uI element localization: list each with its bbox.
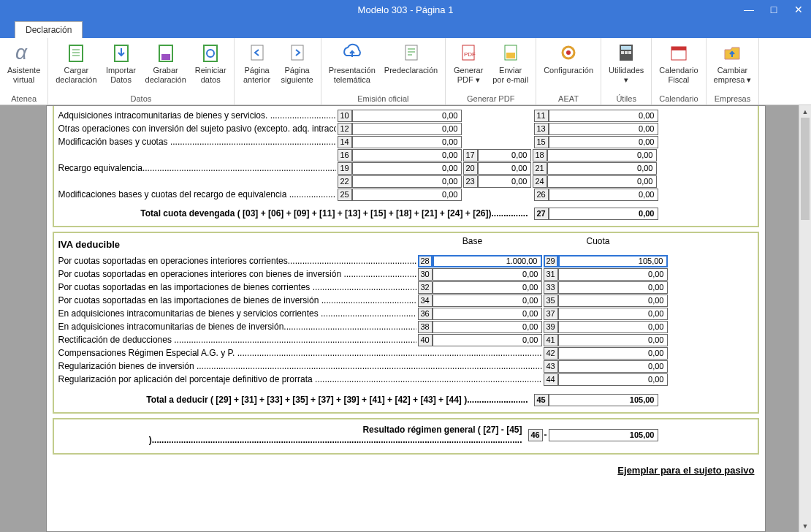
svg-rect-1 xyxy=(69,45,83,61)
field-38[interactable]: 0,00 xyxy=(433,321,542,333)
predeclaracion-button[interactable]: Predeclaración xyxy=(380,39,442,94)
svg-text:α: α xyxy=(15,41,28,64)
field-32[interactable]: 0,00 xyxy=(433,281,542,294)
vertical-scrollbar[interactable]: ▲ ▼ xyxy=(799,105,811,532)
field-18[interactable]: 0,00 xyxy=(547,149,657,162)
field-41[interactable]: 0,00 xyxy=(558,334,668,346)
field-37[interactable]: 0,00 xyxy=(558,308,668,320)
field-30[interactable]: 0,00 xyxy=(433,268,542,281)
field-10[interactable]: 0,00 xyxy=(352,110,462,122)
field-36[interactable]: 0,00 xyxy=(433,308,542,320)
load-doc-icon xyxy=(64,41,88,64)
svg-rect-19 xyxy=(625,51,628,54)
field-12[interactable]: 0,00 xyxy=(352,123,462,135)
field-24[interactable]: 0,00 xyxy=(547,175,657,188)
field-44[interactable]: 0,00 xyxy=(558,373,668,386)
configuracion-button[interactable]: Configuración xyxy=(539,39,598,94)
form-page: Adquisiciones intracomunitarias de biene… xyxy=(46,105,766,532)
field-35[interactable]: 0,00 xyxy=(558,294,668,307)
svg-point-15 xyxy=(566,50,571,55)
field-43[interactable]: 0,00 xyxy=(558,360,668,373)
close-button[interactable]: ✕ xyxy=(786,0,811,19)
scroll-thumb[interactable] xyxy=(801,118,810,220)
footer-note: Ejemplar para el sujeto pasivo xyxy=(47,459,765,482)
reset-doc-icon xyxy=(199,41,222,64)
enviar-email-button[interactable]: Enviarpor e-mail xyxy=(488,39,533,94)
field-27[interactable]: 0,00 xyxy=(549,208,658,220)
folder-up-icon xyxy=(720,41,744,64)
svg-rect-22 xyxy=(671,47,686,50)
pagina-anterior-button[interactable]: Páginaanterior xyxy=(237,39,277,102)
field-20[interactable]: 0,00 xyxy=(478,162,531,175)
svg-rect-9 xyxy=(406,45,417,60)
field-14[interactable]: 0,00 xyxy=(352,136,462,148)
calculator-icon xyxy=(614,41,638,64)
field-39[interactable]: 0,00 xyxy=(558,321,668,333)
window-title: Modelo 303 - Página 1 xyxy=(358,4,454,15)
svg-rect-8 xyxy=(292,45,303,60)
save-doc-icon xyxy=(154,41,178,64)
field-13[interactable]: 0,00 xyxy=(549,123,658,135)
field-23[interactable]: 0,00 xyxy=(478,175,531,188)
cambiar-empresa-button[interactable]: Cambiarempresa ▾ xyxy=(709,39,756,94)
maximize-button[interactable]: □ xyxy=(761,0,786,19)
grabar-declaracion-button[interactable]: Grabardeclaración xyxy=(141,39,191,94)
field-46[interactable]: 105,00 xyxy=(549,429,658,441)
svg-rect-13 xyxy=(506,53,515,58)
calendar-icon xyxy=(667,41,690,64)
section-iva-deducible: IVA deducible Base Cuota Por cuotas sopo… xyxy=(53,232,759,414)
page-next-icon xyxy=(286,41,309,64)
field-21[interactable]: 0,00 xyxy=(547,162,657,175)
predecl-doc-icon xyxy=(400,41,423,64)
field-15[interactable]: 0,00 xyxy=(549,136,658,148)
utilidades-button[interactable]: Utilidades▾ xyxy=(604,39,648,94)
field-31[interactable]: 0,00 xyxy=(558,268,668,281)
presentacion-telematica-button[interactable]: Presentacióntelemática xyxy=(324,39,380,94)
box-11: 11 xyxy=(534,110,549,122)
ribbon: α Asistentevirtual Atenea Cargardeclarac… xyxy=(0,38,811,105)
field-16[interactable]: 0,00 xyxy=(352,149,462,162)
scroll-down-icon[interactable]: ▼ xyxy=(799,520,811,532)
field-11[interactable]: 0,00 xyxy=(549,110,658,122)
field-40[interactable]: 0,00 xyxy=(433,334,542,346)
field-26[interactable]: 0,00 xyxy=(549,189,658,201)
field-25[interactable]: 0,00 xyxy=(352,189,462,201)
svg-rect-18 xyxy=(621,51,624,54)
svg-rect-20 xyxy=(628,51,631,54)
svg-rect-4 xyxy=(161,54,170,60)
minimize-button[interactable]: — xyxy=(736,0,761,19)
cloud-upload-icon xyxy=(340,41,364,64)
field-33[interactable]: 0,00 xyxy=(558,281,668,294)
box-10: 10 xyxy=(338,110,352,122)
field-19[interactable]: 0,00 xyxy=(352,162,462,175)
field-42[interactable]: 0,00 xyxy=(558,347,668,360)
page-prev-icon xyxy=(245,41,269,64)
pagina-siguiente-button[interactable]: Páginasiguiente xyxy=(277,39,318,102)
alpha-icon: α xyxy=(12,41,36,64)
cargar-declaracion-button[interactable]: Cargardeclaración xyxy=(51,39,101,94)
import-doc-icon xyxy=(110,41,133,64)
asistente-virtual-button[interactable]: α Asistentevirtual xyxy=(3,39,45,94)
field-29[interactable]: 105,00 xyxy=(558,255,668,267)
ribbon-tabs: Declaración xyxy=(0,19,811,38)
field-45[interactable]: 105,00 xyxy=(549,394,658,406)
field-28[interactable]: 1.000,00 xyxy=(433,255,542,267)
field-17[interactable]: 0,00 xyxy=(478,149,531,162)
field-34[interactable]: 0,00 xyxy=(433,294,542,307)
svg-text:PDF: PDF xyxy=(464,51,476,58)
field-22[interactable]: 0,00 xyxy=(352,175,462,188)
tab-declaracion[interactable]: Declaración xyxy=(15,21,83,38)
importar-datos-button[interactable]: ImportarDatos xyxy=(102,39,141,94)
reiniciar-datos-button[interactable]: Reiniciardatos xyxy=(191,39,231,94)
calendario-fiscal-button[interactable]: CalendarioFiscal xyxy=(655,39,702,94)
gear-star-icon xyxy=(557,41,580,64)
generar-pdf-button[interactable]: PDFGenerarPDF ▾ xyxy=(449,39,488,94)
pdf-icon: PDF xyxy=(457,41,480,64)
titlebar: Modelo 303 - Página 1 — □ ✕ xyxy=(0,0,811,19)
section-iva-devengado: Adquisiciones intracomunitarias de biene… xyxy=(53,106,759,227)
section-resultado: Resultado régimen general ( [27] - [45] … xyxy=(53,418,759,455)
svg-rect-17 xyxy=(621,46,631,50)
mail-icon xyxy=(499,41,522,64)
document-viewport: Adquisiciones intracomunitarias de biene… xyxy=(0,105,811,532)
scroll-up-icon[interactable]: ▲ xyxy=(799,105,811,118)
